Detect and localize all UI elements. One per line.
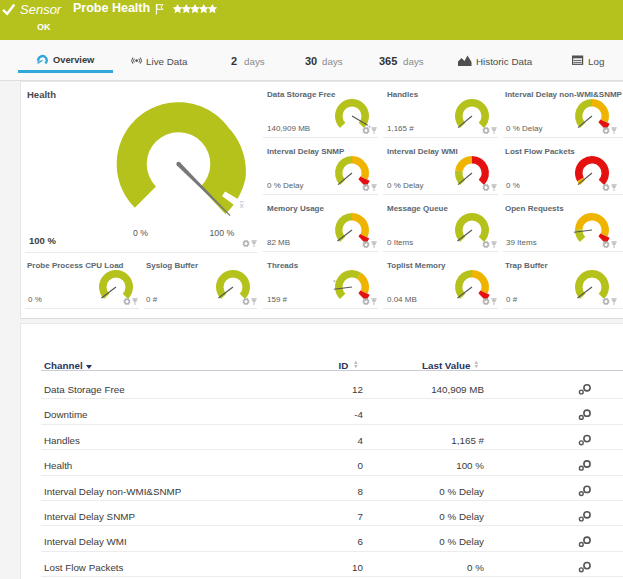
svg-text:x: x (240, 201, 244, 210)
